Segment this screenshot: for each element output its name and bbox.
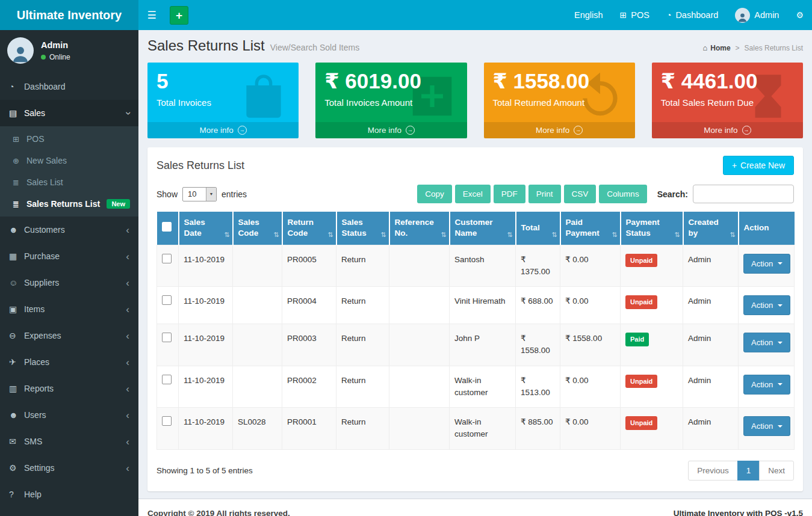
breadcrumb-home[interactable]: ⌂ Home (702, 44, 730, 52)
breadcrumb: ⌂ Home > Sales Returns List (702, 44, 803, 52)
sidebar-item-label: POS (26, 134, 130, 144)
cell-customer-name: Santosh (450, 245, 516, 287)
col-header-paid-payment[interactable]: Paid Payment⇅ (560, 212, 621, 245)
row-checkbox[interactable] (162, 254, 172, 263)
pdf-button[interactable]: PDF (494, 185, 525, 203)
sidebar-item-places[interactable]: ✈Places‹ (0, 349, 138, 375)
cell-reference-no (389, 245, 450, 287)
row-action-button[interactable]: Action (743, 416, 790, 436)
sort-icon: ⇅ (273, 230, 279, 239)
sidebar-item-new-sales[interactable]: ⊕New Sales (0, 150, 138, 171)
col-header-reference-no[interactable]: Reference No.⇅ (389, 212, 450, 245)
chevron-left-icon: ‹ (126, 463, 129, 473)
pagination-next[interactable]: Next (759, 461, 794, 481)
info-box-label: Total Returned Amount (493, 97, 626, 108)
copy-button[interactable]: Copy (417, 185, 452, 203)
cell-select (157, 366, 179, 408)
nav-language[interactable]: English (566, 0, 612, 30)
nav-pos[interactable]: ⊞ POS (612, 0, 658, 30)
print-button[interactable]: Print (528, 185, 561, 203)
sidebar-item-sms[interactable]: ✉SMS‹ (0, 428, 138, 455)
sidebar-item-reports[interactable]: ▥Reports‹ (0, 375, 138, 402)
col-header-total[interactable]: Total⇅ (516, 212, 560, 245)
cell-return-code: PR0002 (282, 366, 336, 408)
cell-payment-status: Unpaid (621, 245, 683, 287)
row-checkbox[interactable] (162, 333, 172, 342)
sidebar-item-settings[interactable]: ⚙Settings‹ (0, 455, 138, 481)
chevron-left-icon: ‹ (126, 331, 129, 341)
pagination-previous[interactable]: Previous (688, 461, 738, 481)
col-header-payment-status[interactable]: Payment Status⇅ (621, 212, 683, 245)
sidebar-item-sales-list[interactable]: ≣Sales List (0, 171, 138, 193)
columns-button[interactable]: Columns (599, 185, 646, 203)
reports-icon: ▥ (9, 384, 24, 393)
sort-icon: ⇅ (224, 230, 229, 239)
info-box-total-invoices: 5Total InvoicesMore info→ (147, 63, 299, 138)
cell-customer-name: John P (450, 324, 516, 366)
chevron-left-icon: ‹ (126, 304, 129, 315)
info-box-total-sales-return-due: ₹ 4461.00Total Sales Return DueMore info… (652, 63, 803, 138)
more-info-link[interactable]: More info→ (652, 122, 803, 138)
col-header-sales-code[interactable]: Sales Code⇅ (233, 212, 282, 245)
cell-customer-name: Walk-in customer (450, 366, 516, 408)
row-checkbox[interactable] (162, 375, 172, 384)
col-header-created-by[interactable]: Created by⇅ (683, 212, 739, 245)
payment-status-badge: Unpaid (625, 254, 657, 268)
sidebar-item-items[interactable]: ▣Items‹ (0, 296, 138, 322)
cell-created-by: Admin (683, 324, 739, 366)
sidebar-item-purchase[interactable]: ▦Purchase‹ (0, 243, 138, 269)
sidebar-item-help[interactable]: ?Help (0, 481, 138, 508)
row-action-button[interactable]: Action (743, 254, 790, 274)
items-icon: ▣ (9, 304, 24, 314)
navbar-right-menu: English ⊞ POS ◔ Dashboard Admin ⚙ (566, 0, 812, 30)
page-length-select[interactable]: 10 ▼ (182, 187, 217, 201)
pagination-page-1[interactable]: 1 (737, 461, 760, 481)
cell-paid-payment: ₹ 0.00 (560, 245, 621, 287)
col-header-action[interactable]: Action (739, 212, 795, 245)
user-status[interactable]: Online (41, 53, 70, 61)
table-footer: Showing 1 to 5 of 5 entries Previous1Nex… (157, 461, 794, 481)
hamburger-icon: ☰ (147, 9, 156, 22)
more-info-link[interactable]: More info→ (484, 122, 635, 138)
sidebar-item-label: Places (24, 357, 126, 367)
row-checkbox[interactable] (162, 295, 172, 305)
sidebar-item-users[interactable]: ☻Users‹ (0, 402, 138, 428)
content-header: Sales Returns List View/Search Sold Item… (138, 30, 812, 60)
col-header-customer-name[interactable]: Customer Name⇅ (450, 212, 516, 245)
row-action-button[interactable]: Action (743, 375, 790, 395)
sidebar-item-dashboard[interactable]: ◔Dashboard (0, 73, 138, 100)
brand[interactable]: Ultimate Inventory (0, 0, 138, 30)
sidebar-toggle-button[interactable]: ☰ (138, 0, 165, 30)
csv-button[interactable]: CSV (564, 185, 597, 203)
row-checkbox[interactable] (162, 416, 172, 426)
cell-action: Action (739, 245, 795, 287)
select-all-checkbox[interactable] (162, 222, 172, 232)
col-header-sales-date[interactable]: Sales Date⇅ (179, 212, 233, 245)
more-info-link[interactable]: More info→ (147, 122, 299, 138)
sidebar-item-sales[interactable]: ▤Sales‹ (0, 100, 138, 126)
quick-add-button[interactable]: + (170, 6, 188, 25)
sidebar-item-pos[interactable]: ⊞POS (0, 128, 138, 150)
col-header-sales-status[interactable]: Sales Status⇅ (336, 212, 389, 245)
payment-status-badge: Paid (625, 333, 649, 346)
nav-dashboard[interactable]: ◔ Dashboard (658, 0, 727, 30)
user-panel: Admin Online (0, 30, 138, 72)
sidebar-item-expenses[interactable]: ⊖Expenses‹ (0, 322, 138, 349)
sidebar-item-suppliers[interactable]: ☺Suppliers‹ (0, 269, 138, 296)
nav-settings[interactable]: ⚙ (787, 0, 812, 30)
search-input[interactable] (693, 185, 794, 203)
sidebar-item-customers[interactable]: ☻Customers‹ (0, 217, 138, 243)
row-action-button[interactable]: Action (743, 333, 790, 352)
nav-user[interactable]: Admin (727, 0, 787, 30)
sidebar-item-label: Expenses (24, 331, 126, 340)
expenses-icon: ⊖ (9, 331, 24, 340)
create-new-button[interactable]: + Create New (723, 156, 794, 175)
more-info-link[interactable]: More info→ (315, 122, 466, 138)
excel-button[interactable]: Excel (455, 185, 491, 203)
row-action-button[interactable]: Action (743, 295, 790, 315)
info-box-value: ₹ 1558.00 (493, 69, 626, 93)
sidebar-item-sales-returns-list[interactable]: ≣Sales Returns ListNew (0, 193, 138, 215)
caret-down-icon (778, 304, 783, 307)
sidebar-item-label: Items (24, 304, 126, 314)
col-header-return-code[interactable]: Return Code⇅ (282, 212, 336, 245)
